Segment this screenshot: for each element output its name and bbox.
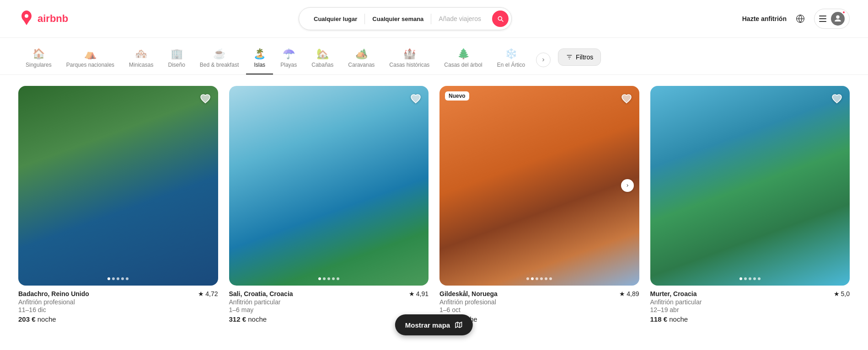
listing-dates: 1–6 oct [439,306,639,313]
dot [337,277,339,280]
category-item-breakfast[interactable]: ☕ Bed & breakfast [193,45,246,74]
search-travelers[interactable]: Añade viajeros [431,13,488,24]
listing-card-murter[interactable]: Murter, Croacia ★ 5,0 Anfitrión particul… [650,86,850,325]
listing-image-wrapper: Nuevo [439,86,639,286]
dot [318,277,321,280]
listing-host: Anfitrión particular [650,298,850,306]
listing-title-row: Sali, Croatia, Croacia ★ 4,91 [229,290,429,297]
star-icon: ★ [198,290,204,297]
category-icon-singulares: 🏠 [32,49,45,59]
dots-indicator [739,277,761,280]
listing-info: Badachro, Reino Unido ★ 4,72 Anfitrión p… [18,286,218,325]
category-icon-artico: ❄️ [505,49,517,59]
listing-location: Sali, Croatia, Croacia [229,290,409,297]
category-icon-minicasas: 🏘️ [135,49,147,59]
listing-host: Anfitrión profesional [439,298,639,306]
listing-next-btn[interactable] [621,179,634,192]
listing-location: Gildeskål, Noruega [439,290,619,297]
notification-dot [842,11,846,14]
dot [126,277,129,280]
logo-text: airbnb [38,13,68,25]
search-button[interactable] [492,11,509,27]
dot [753,277,756,280]
dot [545,277,547,280]
category-icon-arbol: 🌲 [457,49,470,59]
category-label-islas: Islas [254,62,265,68]
listing-rating: ★ 4,91 [409,290,429,297]
listing-title-row: Gildeskål, Noruega ★ 4,89 [439,290,639,297]
dot [107,277,110,280]
search-bar[interactable]: Cualquier lugar Cualquier semana Añade v… [299,7,512,30]
dot [121,277,124,280]
category-item-arbol[interactable]: 🌲 Casas del árbol [437,45,489,74]
listing-image [650,86,850,286]
star-icon: ★ [834,290,840,297]
filter-button[interactable]: Filtros [558,48,601,66]
category-icon-diseno: 🏢 [171,49,183,59]
dot [117,277,119,280]
listing-image [439,86,639,286]
listing-host: Anfitrión profesional [18,298,218,306]
category-label-minicasas: Minicasas [129,62,153,68]
dot [332,277,335,280]
wishlist-button[interactable] [408,91,423,107]
listing-image-wrapper [229,86,429,286]
search-place[interactable]: Cualquier lugar [306,14,365,24]
category-icon-playas: ☂️ [283,49,295,59]
category-item-historicas[interactable]: 🏰 Casas históricas [382,45,437,74]
star-icon: ★ [619,290,625,297]
category-item-islas[interactable]: 🏝️ Islas [246,45,273,74]
listing-rating: ★ 5,0 [834,290,850,297]
wishlist-button[interactable] [619,91,634,107]
category-item-singulares[interactable]: 🏠 Singulares [18,45,59,74]
dot [749,277,751,280]
category-icon-islas: 🏝️ [253,49,266,59]
category-item-artico[interactable]: ❄️ En el Ártico [490,45,532,74]
listing-card-sali[interactable]: Sali, Croatia, Croacia ★ 4,91 Anfitrión … [229,86,429,325]
category-item-playas[interactable]: ☂️ Playas [273,45,304,74]
listings-grid: Badachro, Reino Unido ★ 4,72 Anfitrión p… [0,75,868,336]
category-item-diseno[interactable]: 🏢 Diseño [161,45,192,74]
listing-image [229,86,429,286]
search-week[interactable]: Cualquier semana [365,14,431,24]
listing-location: Badachro, Reino Unido [18,290,198,297]
show-map-label: Mostrar mapa [405,321,450,329]
listing-host: Anfitrión particular [229,298,429,306]
show-map-button[interactable]: Mostrar mapa [395,314,473,335]
dots-indicator [526,277,552,280]
categories-next-arrow[interactable] [536,53,551,67]
category-item-parques[interactable]: ⛺ Parques nacionales [59,45,122,74]
listing-dates: 11–16 dic [18,306,218,313]
listing-image [18,86,218,286]
dot [540,277,543,280]
listing-title-row: Badachro, Reino Unido ★ 4,72 [18,290,218,297]
listing-image-wrapper [18,86,218,286]
logo[interactable]: airbnb [18,10,68,28]
host-link[interactable]: Hazte anfitrión [742,15,787,22]
language-button[interactable] [792,11,809,27]
listing-price: 118 € noche [650,315,850,323]
listing-card-badachro[interactable]: Badachro, Reino Unido ★ 4,72 Anfitrión p… [18,86,218,325]
dot [739,277,742,280]
map-icon [455,321,463,329]
category-label-artico: En el Ártico [497,62,525,68]
filter-icon [566,53,573,61]
dots-indicator [107,277,129,280]
wishlist-button[interactable] [198,91,213,107]
category-item-caravanas[interactable]: 🏕️ Caravanas [341,45,382,74]
profile-menu-button[interactable] [814,9,850,29]
category-label-parques: Parques nacionales [66,62,114,68]
category-label-diseno: Diseño [168,62,185,68]
wishlist-button[interactable] [830,91,844,107]
category-item-minicasas[interactable]: 🏘️ Minicasas [122,45,161,74]
dot [549,277,552,280]
listing-dates: 12–19 abr [650,306,850,313]
header: airbnb Cualquier lugar Cualquier semana … [0,0,868,38]
category-item-cabanas[interactable]: 🏡 Cabañas [304,45,341,74]
dot [744,277,747,280]
listing-location: Murter, Croacia [650,290,834,297]
category-label-caravanas: Caravanas [348,62,375,68]
dot [327,277,330,280]
listing-card-gildeskaal[interactable]: Nuevo Gildeskål, Noruega ★ 4,89 Anfitrió… [439,86,639,325]
category-label-historicas: Casas históricas [389,62,429,68]
